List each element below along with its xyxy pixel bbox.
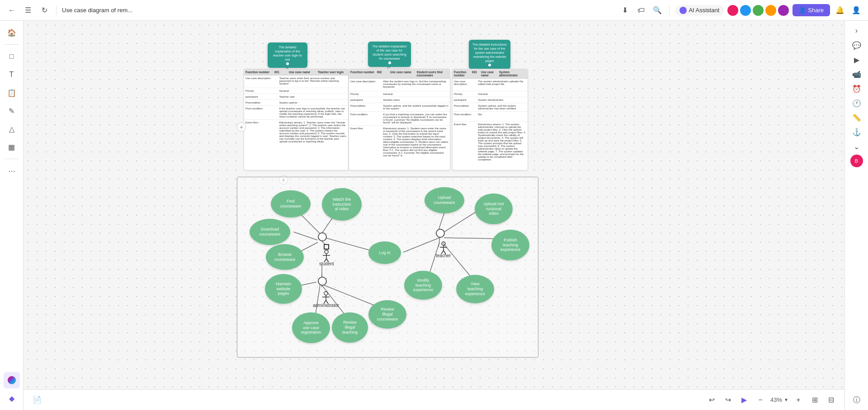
text-tool[interactable]: T [4, 66, 20, 83]
node-review-illegal-cw[interactable]: Review illegal courseware [368, 300, 406, 329]
more-tool[interactable]: ⋯ [4, 163, 20, 179]
tooltip-text-1: The detailed explanation of the teacher … [271, 45, 304, 61]
node-download-courseware[interactable]: Download courseware [250, 219, 290, 245]
actor-administrator: administrator [313, 291, 339, 308]
node-browse-courseware[interactable]: Browse courseware [266, 244, 304, 270]
svg-point-23 [325, 250, 328, 254]
back-button[interactable]: ← [5, 4, 18, 17]
tooltip-text-2: The detailed explanation of the use case… [372, 44, 407, 61]
node-find-courseware[interactable]: Find courseware [271, 190, 311, 217]
anchor-icon[interactable]: ⚓ [850, 126, 863, 138]
card2-event-label: Event flow [350, 127, 383, 157]
sidebar-sep2 [5, 159, 19, 159]
cursor-button[interactable]: ▶ [738, 394, 750, 406]
node-watch-video[interactable]: Watch the instruction al video [322, 188, 362, 221]
card1-part-val: Teacher user [279, 95, 347, 98]
collab-avatars [727, 5, 789, 16]
node-log-in[interactable]: Log in [368, 241, 401, 264]
card2-fn-label: Function number [350, 71, 377, 77]
doc-title: Use case diagram of rem... [62, 7, 615, 14]
card1-pri-val: General [279, 90, 347, 92]
bottom-right: ↩ ↪ ▶ − 43% ▼ + ⊞ ⊟ [705, 394, 837, 406]
color-palette-tool[interactable] [4, 372, 20, 388]
play-icon[interactable]: ▶ [850, 53, 863, 66]
expand-right-icon[interactable]: › [850, 24, 863, 37]
card2-uc-label: Use case name [390, 71, 417, 77]
zoom-out-button[interactable]: − [754, 394, 767, 406]
node-view-teach[interactable]: View teaching experience [456, 275, 494, 303]
student-label: student [319, 261, 334, 266]
brand-icon[interactable]: B [850, 155, 863, 167]
tooltip-card-1: The detailed explanation of the teacher … [268, 42, 307, 68]
node-approve-use-case[interactable]: Approve use case registration [292, 312, 330, 343]
node-modify-teach[interactable]: Modify teaching experience [404, 271, 442, 300]
card1-desc-val: Teacher users enter their account number… [279, 77, 347, 86]
card1-uc-label: Use case name [289, 71, 318, 74]
right-sidebar: › 💬 ▶ 📹 ⏰ 🕐 📏 ⚓ ⌄ B ⓘ [844, 21, 868, 410]
download-button[interactable]: ⬇ [618, 4, 631, 17]
info-icon[interactable]: ⓘ [850, 394, 863, 406]
tooltip-card-2: The detailed explanation of the use case… [368, 42, 411, 67]
shape-tool[interactable]: △ [4, 121, 20, 137]
teacher-label: teacher [436, 253, 451, 258]
node-publish-exp[interactable]: Publish teaching experience [491, 230, 529, 260]
card2-post-val: If you find a matching courseware, you c… [383, 113, 448, 124]
share-button[interactable]: 👤 Share [793, 4, 830, 16]
bell-icon[interactable]: 🔔 [834, 4, 846, 17]
zoom-in-button[interactable]: + [792, 394, 805, 406]
undo-button[interactable]: ↩ [705, 394, 718, 406]
fit-screen-button[interactable]: ⊞ [808, 394, 821, 406]
ai-assistant-button[interactable]: AI Assistant [675, 5, 724, 16]
refresh-button[interactable]: ↻ [38, 4, 51, 17]
select-tool[interactable]: □ [4, 48, 20, 65]
card3-desc-label: Use case description [454, 80, 478, 90]
ruler-icon[interactable]: 📏 [850, 111, 863, 124]
timer-icon[interactable]: ⏰ [850, 82, 863, 95]
conn-circle-student [318, 232, 327, 241]
search-button[interactable]: 🔍 [651, 4, 664, 17]
actor-student: student [319, 244, 334, 266]
tag-button[interactable]: 🏷 [635, 4, 647, 17]
card1-post-label: Post-condition [245, 107, 279, 118]
chevron-down-icon[interactable]: ⌄ [850, 140, 863, 153]
table-tool[interactable]: ▦ [4, 139, 20, 155]
node-maintain-wp[interactable]: Maintain website pages [265, 274, 302, 304]
card2-part-label: participant [350, 99, 383, 101]
info-card-1: Function number 001 Use case name Teache… [244, 69, 349, 170]
grid-button[interactable]: ⊟ [825, 394, 837, 406]
pages-button[interactable]: 📄 [31, 394, 43, 406]
card1-event-label: Event floor [245, 121, 279, 143]
main-canvas[interactable]: The detailed explanation of the teacher … [24, 21, 844, 389]
card3-post-label: Post-condition [454, 113, 478, 120]
top-toolbar: ← ☰ ↻ Use case diagram of rem... ⬇ 🏷 🔍 A… [0, 0, 868, 21]
card3-pre-label: Precondition [454, 104, 478, 110]
card1-part-label: participant [245, 95, 279, 98]
menu-button[interactable]: ☰ [22, 4, 34, 17]
info-card-2: Function number 002 Use case name Studen… [349, 69, 450, 170]
ai-icon [679, 7, 687, 14]
admin-label: administrator [313, 303, 339, 308]
clock-icon[interactable]: 🕐 [850, 97, 863, 109]
redo-button[interactable]: ↪ [722, 394, 734, 406]
home-tool[interactable]: 🏠 [4, 24, 20, 41]
pen-tool[interactable]: ✎ [4, 103, 20, 119]
plugin-tool[interactable]: ◆ [4, 390, 20, 406]
node-review-illegal-teach[interactable]: Review illegal teaching [332, 312, 368, 343]
card2-post-label: Post-condition [350, 113, 383, 124]
zoom-level: 43% ▼ [770, 396, 788, 403]
node-upload-inst-video[interactable]: Upload inst ructional video [475, 193, 513, 224]
card3-part-val: System administrator [478, 99, 526, 101]
card3-uc-label: Use case name [481, 71, 499, 77]
user-icon[interactable]: 👤 [850, 4, 863, 17]
student-head [324, 244, 329, 250]
card2-pri-val: General [383, 93, 448, 95]
node-upload-courseware[interactable]: Upload courseware [425, 187, 464, 213]
comment-icon[interactable]: 💬 [850, 39, 863, 52]
card3-event-label: Event flow [454, 123, 478, 161]
avatar-2 [740, 5, 751, 16]
sticky-tool[interactable]: 📋 [4, 85, 20, 101]
present-icon[interactable]: 📹 [850, 68, 863, 80]
card1-post-val: If the teacher user logs in successfully… [279, 107, 347, 118]
add-button-1[interactable]: + [237, 123, 246, 132]
card3-fn-label: Function number [454, 71, 472, 77]
